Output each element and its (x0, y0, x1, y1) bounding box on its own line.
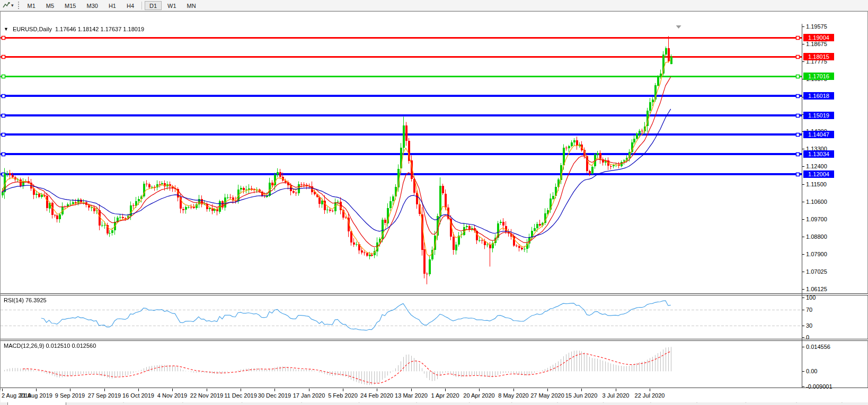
rsi-pane-canvas[interactable] (1, 295, 802, 339)
date-tick-mark (70, 389, 70, 391)
chart-window: ▼ EURUSD,Daily 1.17646 1.18142 1.17637 1… (0, 11, 868, 390)
macd-tick-mark (802, 371, 804, 372)
date-tick-label: 5 Feb 2020 (328, 392, 358, 399)
price-tick-label: 1.08800 (806, 233, 827, 240)
timeframe-button-m5[interactable]: M5 (41, 1, 59, 10)
date-tick-mark (207, 389, 207, 391)
chart-title: ▼ EURUSD,Daily 1.17646 1.18142 1.17637 1… (4, 26, 144, 32)
chart-collapse-icon[interactable]: ▼ (4, 26, 8, 32)
date-tick-label: 8 May 2020 (498, 392, 528, 399)
chevron-down-icon[interactable]: ▾ (11, 3, 14, 8)
price-level-label: 1.15019 (803, 112, 834, 119)
rsi-tick-label: 100 (806, 294, 816, 301)
date-tick-mark (104, 389, 105, 391)
rsi-tick-label: 70 (806, 307, 812, 313)
date-tick-mark (616, 389, 616, 391)
pane-separator[interactable] (1, 339, 868, 341)
rsi-tick-mark (802, 337, 804, 338)
date-tick-mark (241, 389, 241, 391)
timeframe-button-w1[interactable]: W1 (163, 1, 181, 10)
timeframe-button-h1[interactable]: H1 (104, 1, 121, 10)
date-tick-mark (138, 389, 139, 391)
price-tick-label: 1.07900 (806, 251, 827, 257)
price-tick-label: 1.06125 (806, 286, 827, 292)
date-tick-mark (377, 389, 377, 391)
price-tick-mark (802, 166, 804, 167)
price-level-label: 1.19004 (803, 34, 834, 41)
chart-quote-ohlc: 1.17646 1.18142 1.17637 1.18019 (55, 26, 144, 32)
price-tick-mark (802, 237, 804, 237)
date-tick-mark (581, 389, 582, 391)
date-tick-label: 21 Aug 2019 (20, 392, 52, 399)
price-axis[interactable]: 1.195751.186751.177751.168751.159751.150… (802, 12, 868, 402)
rsi-tick-label: 0 (806, 334, 809, 340)
date-tick-mark (172, 389, 173, 391)
date-tick-label: 1 Apr 2020 (431, 392, 459, 399)
rsi-tick-label: 30 (806, 322, 812, 329)
price-level-label: 1.16018 (803, 92, 834, 100)
macd-tick-label: 0.014556 (806, 344, 830, 350)
price-tick-mark (802, 202, 804, 202)
date-tick-label: 9 Sep 2019 (55, 392, 85, 399)
price-tick-label: 1.19575 (806, 23, 827, 30)
zigzag-draw-icon (2, 2, 10, 9)
rsi-tick-mark (802, 310, 804, 310)
price-tick-mark (802, 289, 804, 290)
price-tick-mark (802, 272, 804, 272)
macd-indicator-label: MACD(12,26,9) 0.012510 0.012560 (4, 343, 96, 349)
rsi-tick-mark (802, 298, 804, 298)
price-tick-label: 1.18675 (806, 41, 827, 47)
timeframe-button-m15[interactable]: M15 (60, 1, 81, 10)
macd-tick-label: 0.00 (806, 368, 817, 374)
price-tick-label: 1.10600 (806, 199, 827, 205)
macd-tick-label: -0.009001 (806, 383, 832, 390)
toolbar-grip-handle[interactable] (18, 2, 19, 9)
date-tick-label: 30 Dec 2019 (258, 392, 291, 399)
price-tick-label: 1.07025 (806, 268, 827, 275)
chart-tool-icon[interactable]: ▾ (2, 2, 14, 9)
timeframe-button-h4[interactable]: H4 (122, 1, 139, 10)
price-level-label: 1.17016 (803, 73, 834, 80)
toolbar-separator (141, 2, 142, 10)
timeframe-button-d1[interactable]: D1 (145, 1, 162, 10)
price-tick-label: 1.09700 (806, 216, 827, 222)
timeframe-button-m30[interactable]: M30 (82, 1, 103, 10)
date-tick-mark (309, 389, 309, 391)
date-tick-mark (2, 389, 3, 391)
date-tick-mark (411, 389, 412, 391)
timeframe-button-mn[interactable]: MN (182, 1, 201, 10)
date-tick-label: 27 Sep 2019 (88, 392, 121, 399)
date-tick-mark (547, 389, 548, 391)
date-tick-mark (343, 389, 343, 391)
pane-separator[interactable] (1, 293, 868, 295)
date-tick-mark (274, 389, 275, 391)
chart-symbol-period: EURUSD,Daily (13, 26, 52, 32)
price-level-label: 1.13034 (803, 150, 834, 158)
rsi-indicator-label: RSI(14) 76.3925 (4, 297, 47, 303)
date-tick-label: 13 Mar 2020 (395, 392, 428, 399)
date-axis[interactable]: 2 Aug 201921 Aug 20199 Sep 201927 Sep 20… (1, 388, 868, 402)
rsi-tick-mark (802, 326, 804, 326)
price-pane-canvas[interactable] (1, 24, 802, 293)
macd-tick-mark (802, 386, 804, 387)
date-tick-label: 15 Jun 2020 (565, 392, 598, 399)
price-tick-mark (802, 149, 804, 149)
price-tick-label: 1.11500 (806, 181, 827, 187)
date-tick-label: 17 Jan 2020 (293, 392, 325, 399)
date-tick-label: 20 Apr 2020 (463, 392, 494, 399)
date-tick-label: 24 Feb 2020 (360, 392, 393, 399)
date-tick-label: 4 Nov 2019 (157, 392, 187, 399)
date-tick-mark (479, 389, 480, 391)
timeframe-buttons: M1M5M15M30H1H4D1W1MN (22, 1, 201, 10)
date-tick-label: 3 Jul 2020 (603, 392, 630, 399)
date-tick-mark (445, 389, 446, 391)
price-tick-mark (802, 26, 804, 27)
macd-pane-canvas[interactable] (1, 341, 802, 388)
timeframe-toolbar: ▾ M1M5M15M30H1H4D1W1MN (0, 0, 868, 11)
macd-tick-mark (802, 347, 804, 347)
timeframe-button-m1[interactable]: M1 (23, 1, 40, 10)
price-tick-mark (802, 44, 804, 44)
date-tick-label: 22 Nov 2019 (190, 392, 223, 399)
price-tick-mark (802, 254, 804, 255)
date-tick-mark (36, 389, 37, 391)
